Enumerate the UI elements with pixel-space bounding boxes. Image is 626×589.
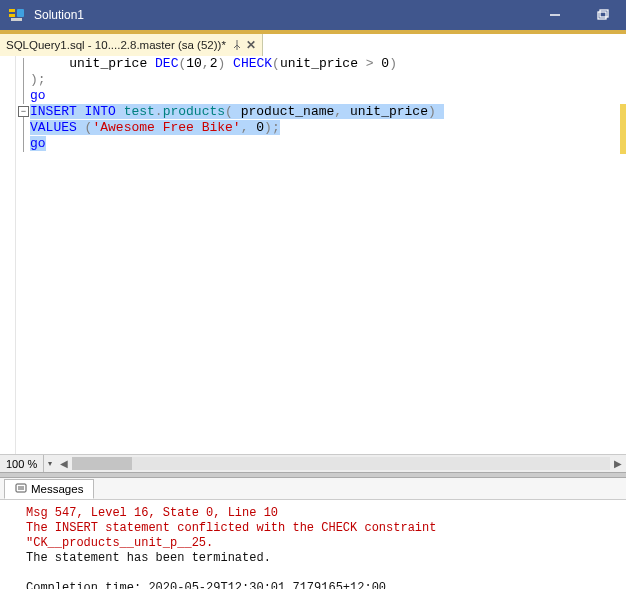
svg-rect-5 [598,12,606,19]
message-line: Msg 547, Level 16, State 0, Line 10 [26,506,618,521]
code-line[interactable]: unit_price DEC(10,2) CHECK(unit_price > … [38,56,620,72]
messages-tabbar: Messages [0,478,626,500]
messages-pane[interactable]: Msg 547, Level 16, State 0, Line 10The I… [0,500,626,589]
zoom-level[interactable]: 100 % [0,455,44,472]
scroll-left-icon[interactable]: ◀ [56,455,72,472]
tab-label: SQLQuery1.sql - 10....2.8.master (sa (52… [6,39,226,51]
change-marker [620,104,626,154]
svg-rect-7 [16,484,26,492]
svg-rect-2 [17,9,24,17]
svg-rect-0 [9,9,15,12]
message-line: Completion time: 2020-05-29T12:30:01.717… [26,581,618,589]
code-line[interactable]: go [30,136,620,152]
scroll-right-icon[interactable]: ▶ [610,455,626,472]
svg-rect-3 [11,18,22,21]
pin-icon[interactable] [232,40,242,50]
message-line: The statement has been terminated. [26,551,618,566]
scroll-thumb[interactable] [72,457,132,470]
tab-sqlquery1[interactable]: SQLQuery1.sql - 10....2.8.master (sa (52… [0,34,263,56]
code-line[interactable]: ); [30,72,620,88]
code-editor[interactable]: − unit_price DEC(10,2) CHECK(unit_price … [0,56,626,454]
svg-rect-1 [9,14,15,17]
editor-gutter [0,56,16,454]
messages-icon [15,483,27,495]
code-line[interactable]: INSERT INTO test.products( product_name,… [30,104,620,120]
titlebar: Solution1 [0,0,626,30]
restore-button[interactable] [588,0,618,30]
messages-tab-label: Messages [31,483,83,495]
close-tab-button[interactable]: ✕ [246,38,256,52]
fold-toggle[interactable]: − [18,106,29,117]
tab-messages[interactable]: Messages [4,479,94,499]
code-content[interactable]: unit_price DEC(10,2) CHECK(unit_price > … [38,56,620,152]
code-line[interactable]: go [30,88,620,104]
code-line[interactable]: VALUES ('Awesome Free Bike', 0); [30,120,620,136]
scroll-track[interactable] [72,457,610,470]
horizontal-scrollbar[interactable]: ◀ ▶ [56,455,626,472]
window-title: Solution1 [34,8,84,22]
document-tabbar: SQLQuery1.sql - 10....2.8.master (sa (52… [0,30,626,56]
message-line: The INSERT statement conflicted with the… [26,521,618,551]
svg-rect-6 [600,10,608,17]
status-strip: 100 % ▾ ◀ ▶ [0,454,626,472]
zoom-dropdown-icon[interactable]: ▾ [44,459,56,468]
message-line [26,566,618,581]
app-icon [8,6,26,24]
minimize-button[interactable] [540,0,570,30]
